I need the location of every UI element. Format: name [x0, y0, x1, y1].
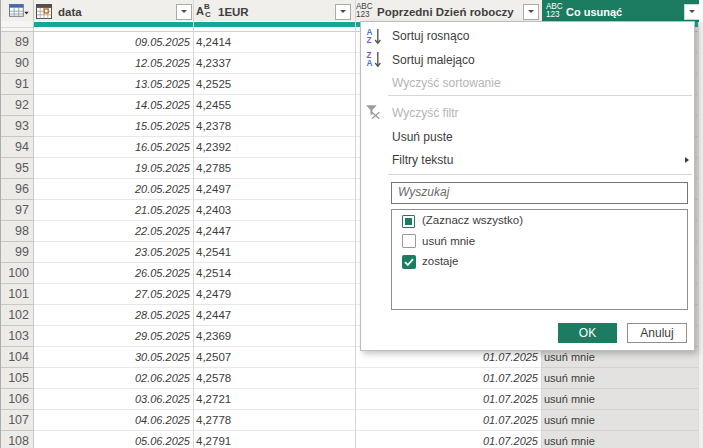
- svg-text:Z: Z: [367, 36, 372, 45]
- svg-text:A: A: [367, 59, 373, 68]
